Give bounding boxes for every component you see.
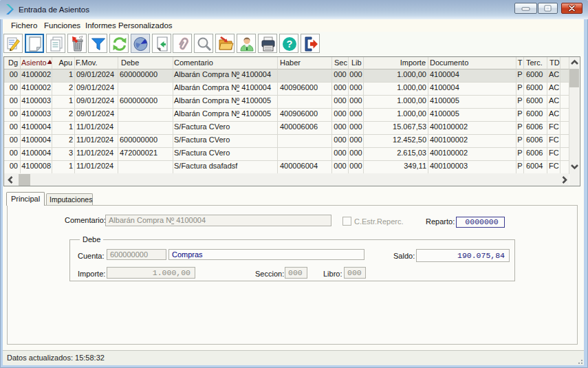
- svg-text:?: ?: [287, 39, 293, 50]
